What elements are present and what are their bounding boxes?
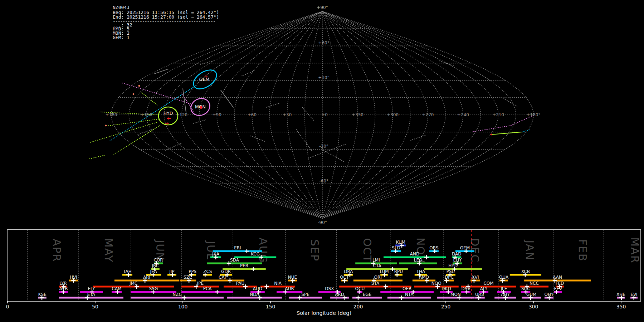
shower-bar-xvi: XVI [470,275,480,283]
shower-bar-pau: PAU [224,281,257,289]
shower-bar-ors: ORS [429,245,439,254]
shower-bar-kcg: KCG [234,252,276,260]
shower-bar-gum: GUM [522,292,541,300]
shower-code-label: ERI [234,245,241,250]
shower-activity-span [181,291,233,293]
x-tick-label: 100 [178,304,188,309]
shower-code-label: SSG [149,286,158,291]
shower-code-label: EVI [630,292,637,297]
shower-bar-sta: STA [339,281,411,289]
month-label-apr: APR [50,239,63,262]
meteor-trail [302,107,314,121]
shower-peak-cross [356,296,360,300]
shower-peak-cross [228,278,232,283]
shower-code-label: PPS [189,269,196,274]
shower-code-label: ORS [429,245,438,250]
shower-code-label: GDR [221,269,231,274]
trail-endpoint-dot [133,93,135,95]
shower-code-label: OER [402,286,411,291]
shower-code-label: PER [240,263,248,268]
meteor-trail [90,122,157,142]
session-info-panel: NZ004JBeg: 20251216 11:56:15 (sol = 264.… [113,5,219,40]
radiant-ellipse-hyd [158,107,178,125]
declination-label: -60° [319,179,328,184]
meteor-trail [183,89,186,112]
shower-code-label: KCG [251,252,260,257]
shower-activity-span [131,297,224,299]
shower-bar-jip: JIP [167,269,176,277]
radiant-label-hyd: HYD [164,111,173,116]
shower-code-label: LYR [59,281,67,286]
trail-endpoint-dot [138,85,140,87]
shower-peak-cross [384,284,388,289]
sky-map-and-activity-chart: +90°-90°+60°+30°-30°-60°+180+150+120+90+… [0,0,644,322]
shower-code-label: DPC [445,275,454,280]
shower-bar-cam: CAM [112,286,122,294]
radiant-marker-dot [200,106,203,109]
x-tick-label: 50 [92,304,98,309]
shower-code-label: KUM [396,240,405,245]
longitude-label: +210 [492,112,504,117]
shower-code-label: OCU [355,286,365,291]
shower-code-label: FEV [554,286,562,291]
shower-code-label: COM [483,281,493,286]
shower-code-label: NDA [250,292,259,297]
shower-peak-cross [182,296,186,300]
meteor-trail [141,92,158,106]
shower-code-label: EGE [363,292,371,297]
longitude-label: +300 [387,112,399,117]
shower-code-label: CAM [112,286,122,291]
meteor-trail [266,103,280,107]
shower-peak-cross [215,290,219,294]
shower-code-label: LUM [380,269,389,274]
shower-code-label: QUA [499,275,509,280]
shower-bar-eta: ETA [59,292,123,300]
shower-bar-urs: URS [474,292,485,300]
shower-activity-span [234,257,276,258]
shower-bar-oct: OCT [340,275,349,283]
shower-code-label: SDA [230,258,239,263]
shower-peak-cross [399,296,404,300]
shower-activity-span [93,286,174,288]
meteor-trail [250,136,265,141]
shower-activity-span [207,263,262,264]
meteor-trail [522,130,530,132]
shower-code-label: AHY [501,292,510,297]
meteor-trail [491,132,522,135]
shower-code-label: ALY [480,286,488,291]
x-tick-label: 0 [6,304,9,309]
shower-activity-span [227,297,282,299]
shower-code-label: SLD [392,245,400,250]
shower-code-label: LEO [414,258,423,263]
x-tick-label: 250 [441,304,451,309]
shower-code-label: PCA [203,286,212,291]
session-begin: Beg: 20251216 11:56:15 (sol = 264.42°) [113,10,219,15]
radiant-marker-plus [167,117,171,120]
shower-bar-ari: ARI [114,275,179,283]
shower-code-label: NOO [431,281,441,286]
count-gem: GEM: 1 [113,35,219,40]
shower-code-label: XHE [616,292,625,297]
shower-code-label: DSX [325,286,334,291]
shower-bar-jmc: JMC [93,281,174,289]
shower-activity-span [59,297,123,299]
shower-code-label: HYD [448,263,458,268]
longitude-label: +90 [212,112,221,117]
shower-code-label: LMI [372,258,380,263]
shower-bar-hvi: HVI [69,275,78,283]
shower-code-label: AND [410,252,419,257]
month-label-sep: SEP [308,239,321,262]
meteor-trail [122,83,192,104]
shower-code-label: KSE [38,292,47,297]
meteor-trail [504,99,517,106]
month-label-mar: MAR [629,237,641,263]
shower-code-label: ORI [374,275,382,280]
shower-activity-span [289,297,322,299]
shower-peak-cross [251,267,255,271]
shower-code-label: THA [416,269,425,274]
month-label-jan: JAN [523,239,536,260]
shower-bar-xcb: XCB [510,269,541,277]
chart-border [7,230,641,301]
shower-code-label: JIP [169,269,174,274]
shower-bar-dpc: DPC [444,275,454,283]
